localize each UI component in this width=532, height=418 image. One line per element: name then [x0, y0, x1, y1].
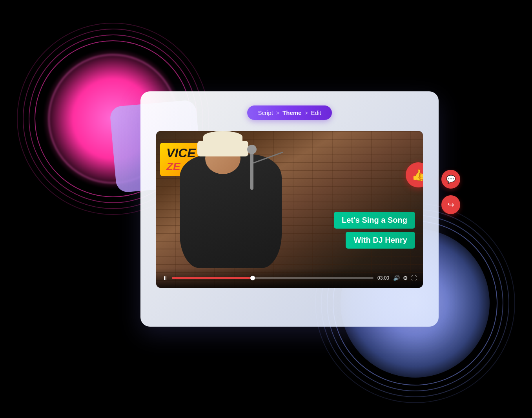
fullscreen-icon[interactable]: ⛶ [411, 275, 417, 281]
breadcrumb-sep2: > [304, 110, 308, 116]
volume-icon[interactable]: 🔊 [393, 275, 400, 281]
overlay-line2: With DJ Henry [346, 232, 415, 249]
video-controls: ⏸ 03:00 🔊 ⚙ ⛶ [156, 268, 423, 288]
person-area [172, 143, 305, 268]
breadcrumb-step2[interactable]: Theme [282, 109, 301, 116]
share-button[interactable]: ↪ [441, 195, 460, 214]
breadcrumb-step3[interactable]: Edit [311, 109, 321, 116]
overlay-line1: Let's Sing a Song [334, 212, 415, 229]
breadcrumb-step1[interactable]: Script [258, 109, 273, 116]
video-player[interactable]: VICE ZE 👍 Let's Sing a Song [156, 131, 423, 288]
control-icons: 🔊 ⚙ ⛶ [393, 275, 417, 281]
settings-icon[interactable]: ⚙ [403, 275, 408, 281]
comment-icon: 💬 [446, 174, 456, 184]
comment-button[interactable]: 💬 [441, 170, 460, 189]
pause-button[interactable]: ⏸ [162, 275, 168, 281]
scene: Script > Theme > Edit VICE ZE [89, 72, 443, 346]
progress-bar[interactable] [172, 277, 373, 279]
breadcrumb[interactable]: Script > Theme > Edit [247, 105, 332, 120]
main-card: Script > Theme > Edit VICE ZE [140, 91, 439, 327]
person-hat [197, 141, 248, 156]
microphone [250, 151, 253, 190]
video-overlay-text: Let's Sing a Song With DJ Henry [334, 212, 415, 249]
time-display: 03:00 [377, 275, 389, 281]
like-icon: 👍 [412, 169, 423, 182]
progress-fill [172, 277, 253, 279]
share-icon: ↪ [448, 200, 454, 209]
pause-icon: ⏸ [162, 275, 168, 281]
breadcrumb-sep1: > [276, 110, 279, 116]
